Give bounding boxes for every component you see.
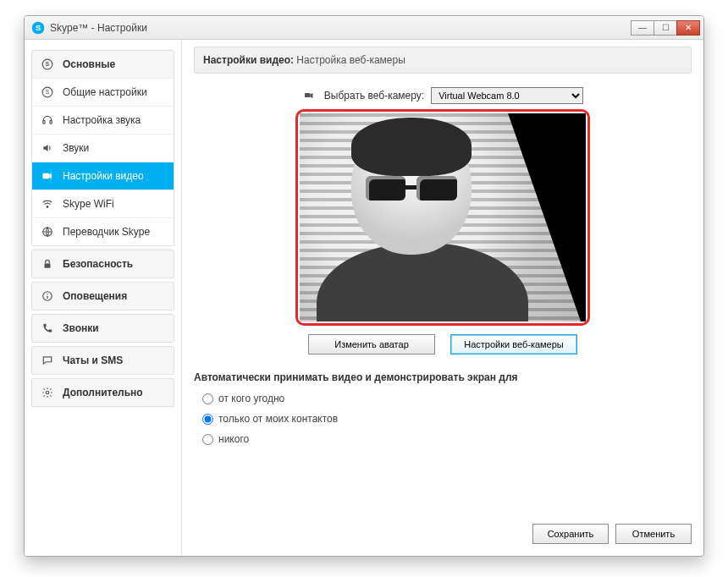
window-title: Skype™ - Настройки — [50, 22, 631, 34]
lock-icon — [41, 257, 54, 271]
radio-contacts-input[interactable] — [202, 414, 213, 425]
svg-point-9 — [47, 206, 48, 208]
sidebar-item-label: Основные — [63, 58, 115, 70]
wifi-icon — [41, 197, 54, 211]
select-webcam-label: Выбрать веб-камеру: — [324, 90, 424, 102]
radio-label: никого — [218, 433, 249, 445]
svg-rect-11 — [45, 263, 51, 267]
sidebar-item-label: Звуки — [63, 142, 89, 154]
phone-icon — [41, 321, 54, 335]
webcam-select[interactable]: Virtual Webcam 8.0 — [431, 87, 583, 104]
radio-contacts[interactable]: только от моих контактов — [202, 413, 692, 425]
sidebar-item-label: Skype WiFi — [63, 198, 114, 210]
svg-rect-7 — [50, 121, 52, 124]
sidebar-item-label: Переводчик Skype — [63, 226, 150, 238]
change-avatar-button[interactable]: Изменить аватар — [308, 334, 435, 354]
radio-label: только от моих контактов — [218, 413, 338, 425]
titlebar[interactable]: S Skype™ - Настройки — ☐ ✕ — [25, 16, 703, 40]
skype-icon: S — [31, 21, 45, 35]
minimize-button[interactable]: — — [631, 20, 654, 36]
globe-icon — [41, 225, 54, 239]
sidebar-section-security[interactable]: Безопасность — [32, 250, 174, 278]
camera-icon — [41, 169, 54, 183]
info-icon — [41, 289, 54, 303]
sidebar-item-label: Безопасность — [63, 258, 133, 270]
svg-text:S: S — [46, 61, 50, 67]
radio-label: от кого угодно — [218, 393, 284, 404]
radio-nobody-input[interactable] — [202, 434, 213, 445]
auto-accept-label: Автоматически принимать видео и демонстр… — [194, 371, 692, 383]
sidebar-item-label: Звонки — [63, 322, 99, 334]
sidebar-item-translator[interactable]: Переводчик Skype — [32, 217, 174, 245]
sidebar-item-general-settings[interactable]: S Общие настройки — [32, 78, 174, 106]
webcam-preview — [300, 113, 586, 321]
close-button[interactable]: ✕ — [676, 20, 700, 36]
main-header-prefix: Настройки видео: — [203, 54, 294, 66]
sidebar-item-wifi[interactable]: Skype WiFi — [32, 190, 174, 217]
sidebar-item-audio[interactable]: Настройка звука — [32, 106, 174, 134]
skype-icon: S — [41, 58, 54, 71]
maximize-button[interactable]: ☐ — [654, 20, 677, 36]
svg-point-14 — [47, 294, 47, 294]
chat-icon — [41, 354, 54, 367]
speaker-icon — [41, 141, 54, 155]
cancel-button[interactable]: Отменить — [615, 524, 692, 544]
sidebar-item-label: Общие настройки — [63, 86, 147, 98]
svg-rect-6 — [43, 121, 45, 124]
webcam-settings-button[interactable]: Настройки веб-камеры — [450, 334, 577, 354]
camera-icon — [302, 91, 317, 101]
svg-rect-16 — [305, 93, 311, 97]
settings-window: S Skype™ - Настройки — ☐ ✕ S Основные S … — [24, 15, 704, 557]
skype-icon: S — [41, 85, 54, 99]
main-panel: Настройки видео: Настройка веб-камеры Вы… — [182, 40, 703, 556]
headset-icon — [41, 113, 54, 127]
sidebar-section-calls[interactable]: Звонки — [32, 315, 174, 342]
radio-anyone-input[interactable] — [202, 393, 213, 404]
svg-text:S: S — [36, 24, 41, 32]
webcam-preview-frame — [295, 109, 590, 326]
main-header: Настройки видео: Настройка веб-камеры — [194, 47, 692, 74]
sidebar-item-label: Настройки видео — [63, 170, 144, 182]
sidebar-item-video[interactable]: Настройки видео — [32, 162, 174, 190]
sidebar-item-label: Настройка звука — [63, 114, 141, 126]
main-header-sub: Настройка веб-камеры — [296, 54, 405, 66]
sidebar-item-label: Оповещения — [63, 290, 127, 302]
sidebar-section-chats[interactable]: Чаты и SMS — [32, 347, 174, 374]
sidebar-item-label: Чаты и SMS — [63, 354, 123, 366]
sidebar-section-advanced[interactable]: Дополнительно — [32, 379, 174, 406]
svg-rect-8 — [43, 173, 49, 179]
save-button[interactable]: Сохранить — [532, 524, 609, 544]
sidebar-item-label: Дополнительно — [63, 387, 143, 398]
radio-anyone[interactable]: от кого угодно — [202, 393, 692, 404]
gear-icon — [41, 386, 54, 399]
svg-text:S: S — [46, 89, 49, 95]
sidebar-item-sounds[interactable]: Звуки — [32, 134, 174, 162]
sidebar-section-notifications[interactable]: Оповещения — [32, 283, 174, 310]
svg-point-15 — [46, 391, 49, 394]
sidebar-heading-general[interactable]: S Основные — [32, 51, 174, 78]
radio-nobody[interactable]: никого — [202, 433, 692, 445]
sidebar: S Основные S Общие настройки Настройка з… — [25, 40, 182, 556]
